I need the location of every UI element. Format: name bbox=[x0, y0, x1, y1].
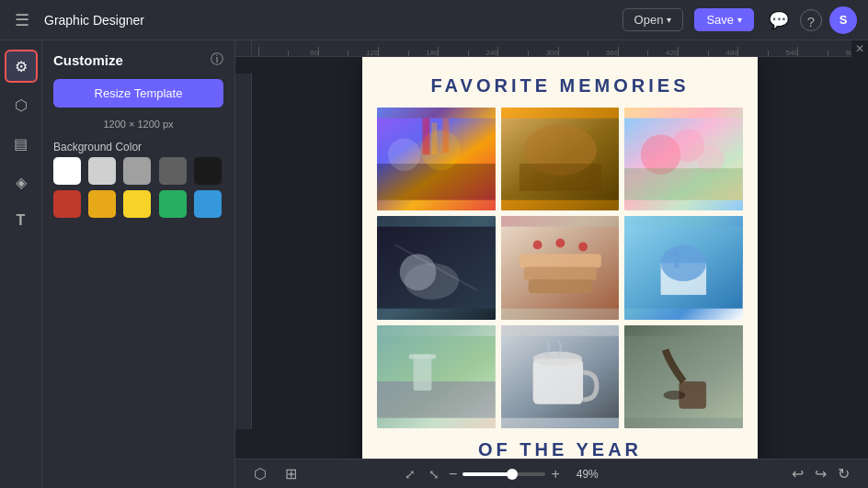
canvas-title-bottom: of the Year bbox=[478, 439, 642, 459]
design-canvas: Favorite Memories bbox=[362, 57, 758, 459]
panel-title: Customize bbox=[53, 52, 123, 68]
svg-rect-5 bbox=[431, 123, 437, 155]
color-light-gray[interactable] bbox=[88, 157, 116, 185]
comment-icon[interactable]: 💬 bbox=[765, 6, 793, 34]
dimensions-text: 1200 × 1200 px bbox=[53, 119, 223, 130]
sidebar-item-layers[interactable]: ▤ bbox=[5, 127, 38, 160]
zoom-slider[interactable] bbox=[463, 472, 545, 476]
color-black[interactable] bbox=[194, 157, 222, 185]
photo-cell-7 bbox=[377, 325, 496, 428]
svg-point-40 bbox=[664, 391, 686, 400]
color-gray[interactable] bbox=[123, 157, 151, 185]
svg-rect-33 bbox=[414, 354, 432, 391]
history-forward-button[interactable]: ↪ bbox=[811, 463, 830, 484]
photo-cell-1 bbox=[377, 108, 496, 210]
zoom-in-button[interactable]: + bbox=[551, 466, 559, 482]
color-orange[interactable] bbox=[88, 190, 116, 218]
save-caret: ▾ bbox=[737, 15, 742, 25]
sidebar-item-elements[interactable]: ⬡ bbox=[5, 88, 38, 121]
svg-rect-22 bbox=[528, 279, 591, 293]
info-icon[interactable]: ⓘ bbox=[211, 51, 223, 68]
open-button[interactable]: Open ▾ bbox=[622, 8, 684, 31]
bg-color-section: Background Color bbox=[53, 141, 223, 218]
zoom-slider-fill bbox=[463, 472, 512, 476]
color-yellow[interactable] bbox=[123, 190, 151, 218]
sidebar-item-customize[interactable]: ⚙ bbox=[5, 50, 38, 83]
menu-icon[interactable]: ☰ bbox=[11, 6, 33, 34]
photo-cell-5 bbox=[501, 216, 620, 319]
color-dark-gray[interactable] bbox=[159, 157, 187, 185]
panel-header: Customize ⓘ bbox=[53, 51, 223, 68]
svg-rect-9 bbox=[519, 164, 600, 191]
sidebar-item-shapes[interactable]: ◈ bbox=[5, 165, 38, 199]
svg-rect-14 bbox=[624, 168, 743, 200]
canvas-close-button[interactable]: ✕ bbox=[851, 40, 868, 57]
history-back-button[interactable]: ↩ bbox=[788, 463, 807, 484]
sidebar-item-text[interactable]: T bbox=[5, 204, 38, 237]
bottombar: ⬡ ⊞ ⤢ ⤡ − + 49% ↩ ↪ ↻ bbox=[235, 459, 868, 488]
customize-panel: Customize ⓘ Resize Template 1200 × 1200 … bbox=[42, 40, 235, 488]
svg-rect-34 bbox=[409, 354, 437, 358]
fit-width-button[interactable]: ⤡ bbox=[425, 465, 443, 483]
ruler-corner bbox=[235, 40, 252, 57]
canvas-title-top: Favorite Memories bbox=[431, 75, 690, 96]
photo-cell-4 bbox=[377, 216, 496, 319]
svg-point-23 bbox=[532, 241, 542, 250]
svg-rect-30 bbox=[672, 255, 682, 258]
zoom-out-button[interactable]: − bbox=[449, 466, 457, 482]
main-area: ⚙ ⬡ ▤ ◈ T Customize ⓘ Resize Template 12… bbox=[0, 40, 868, 488]
svg-point-25 bbox=[578, 243, 588, 252]
color-green[interactable] bbox=[159, 190, 187, 218]
bg-color-label: Background Color bbox=[53, 141, 223, 153]
canvas-area: 60120180240300360420480540600 ✕ Favorite… bbox=[235, 40, 868, 488]
color-grid bbox=[53, 157, 223, 218]
zoom-section: ⤢ ⤡ − + 49% bbox=[401, 465, 599, 483]
color-white[interactable] bbox=[53, 157, 81, 185]
photo-cell-6 bbox=[624, 216, 743, 319]
resize-template-button[interactable]: Resize Template bbox=[53, 79, 223, 108]
color-red[interactable] bbox=[53, 190, 81, 218]
grid-toggle-button[interactable]: ⊞ bbox=[281, 463, 301, 484]
svg-rect-4 bbox=[422, 119, 429, 155]
ruler-horizontal: 60120180240300360420480540600 bbox=[252, 40, 851, 57]
layers-toggle-button[interactable]: ⬡ bbox=[250, 463, 270, 484]
svg-rect-21 bbox=[523, 267, 596, 281]
svg-rect-6 bbox=[442, 119, 449, 153]
svg-rect-32 bbox=[377, 381, 496, 418]
avatar[interactable]: S bbox=[829, 6, 857, 34]
svg-point-37 bbox=[532, 351, 581, 366]
canvas-scroll[interactable]: Favorite Memories bbox=[235, 57, 868, 459]
svg-point-17 bbox=[405, 264, 459, 301]
help-icon[interactable]: ? bbox=[800, 9, 822, 31]
bottom-right-buttons: ↩ ↪ ↻ bbox=[788, 463, 853, 484]
photo-cell-3 bbox=[624, 108, 743, 210]
svg-point-2 bbox=[388, 138, 421, 171]
photo-cell-2 bbox=[501, 108, 620, 210]
zoom-value: 49% bbox=[565, 468, 599, 481]
refresh-button[interactable]: ↻ bbox=[834, 463, 853, 484]
save-button[interactable]: Save ▾ bbox=[694, 8, 754, 31]
photo-cell-9 bbox=[624, 325, 743, 428]
sidebar-icons: ⚙ ⬡ ▤ ◈ T bbox=[0, 40, 42, 488]
zoom-slider-thumb bbox=[507, 469, 518, 480]
svg-point-24 bbox=[555, 239, 565, 248]
photo-grid bbox=[377, 108, 743, 428]
photo-cell-8 bbox=[501, 325, 620, 428]
fit-canvas-button[interactable]: ⤢ bbox=[401, 465, 419, 483]
topbar: ☰ Graphic Designer Open ▾ Save ▾ 💬 ? S bbox=[0, 0, 868, 40]
app-title: Graphic Designer bbox=[44, 13, 322, 28]
open-caret: ▾ bbox=[667, 15, 671, 25]
svg-rect-29 bbox=[675, 250, 680, 268]
svg-point-28 bbox=[661, 245, 706, 282]
color-blue[interactable] bbox=[194, 190, 222, 218]
svg-rect-20 bbox=[519, 255, 600, 268]
